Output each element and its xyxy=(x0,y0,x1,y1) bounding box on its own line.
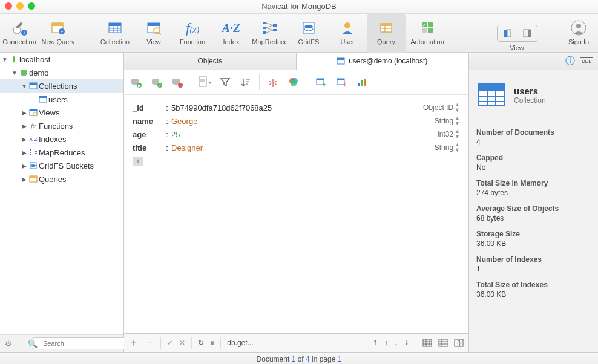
view-mode-list-button[interactable] xyxy=(498,25,518,41)
svg-rect-37 xyxy=(422,28,427,33)
settings-icon[interactable]: ⚙ xyxy=(5,339,12,348)
tree-node-collections[interactable]: ▼Collections xyxy=(0,79,123,93)
tree-node-gridfs[interactable]: ▶GridFS Buckets xyxy=(0,159,123,172)
sign-in-label: Sign In xyxy=(568,38,589,45)
grid-view-button[interactable] xyxy=(422,339,432,347)
field-type[interactable]: Int32▲▼ xyxy=(437,129,460,140)
chart-icon[interactable] xyxy=(355,75,369,89)
field-type[interactable]: Object ID▲▼ xyxy=(423,102,460,113)
color-icon[interactable] xyxy=(286,75,301,89)
svg-text:{}: {} xyxy=(457,340,461,346)
refresh-button[interactable]: ↻ xyxy=(198,339,204,347)
tree-label: users xyxy=(48,95,68,104)
minimize-window-button[interactable] xyxy=(16,2,24,10)
tree-node-localhost[interactable]: ▼localhost xyxy=(0,53,123,66)
info-icon[interactable]: ⓘ xyxy=(565,55,575,68)
last-page-button[interactable]: ⤓ xyxy=(404,339,410,347)
svg-rect-38 xyxy=(428,28,433,33)
window-title: Navicat for MongoDB xyxy=(261,2,337,11)
tree-view-button[interactable] xyxy=(438,339,448,347)
apply-button[interactable]: ✓ xyxy=(167,339,173,347)
tree-label: GridFS Buckets xyxy=(39,161,94,171)
tree-node-indexes[interactable]: ▶A-ZIndexes xyxy=(0,132,123,146)
connection-tree[interactable]: ▼localhost ▼demo ▼Collections users ▶Vie… xyxy=(0,53,123,334)
index-icon: A-Z xyxy=(28,137,39,142)
svg-text:✓: ✓ xyxy=(158,83,162,88)
tree-node-users[interactable]: users xyxy=(0,93,123,106)
svg-rect-56 xyxy=(30,154,31,155)
zoom-window-button[interactable] xyxy=(28,2,35,10)
stop-button[interactable]: ■ xyxy=(210,339,214,347)
svg-rect-15 xyxy=(148,23,160,26)
first-page-button[interactable]: ⤒ xyxy=(372,339,378,347)
status-text: of xyxy=(295,355,306,363)
tree-node-demo[interactable]: ▼demo xyxy=(0,66,123,79)
rollback-icon[interactable] xyxy=(170,75,185,89)
tree-node-queries[interactable]: ▶Queries xyxy=(0,172,123,186)
svg-rect-88 xyxy=(361,80,363,86)
stat-key: Number of Indexes xyxy=(476,255,591,264)
index-button[interactable]: A·Z Index xyxy=(212,14,251,56)
view-button[interactable]: View xyxy=(134,14,173,56)
field-row[interactable]: name:GeorgeString▲▼ xyxy=(133,114,460,128)
field-type[interactable]: String▲▼ xyxy=(435,115,460,126)
main-panel: Objects users@demo (localhost) ▶ ✓ ▾ ›|‹… xyxy=(124,53,469,352)
type-toggle-icon[interactable]: ›|‹ xyxy=(266,75,280,89)
tree-node-functions[interactable]: ▶fxFunctions xyxy=(0,119,123,132)
document-view: _id:5b74990dfa718d62f7068a25Object ID▲▼n… xyxy=(124,95,468,333)
field-value[interactable]: 25 xyxy=(171,130,437,139)
add-record-button[interactable]: ＋ xyxy=(129,337,139,349)
close-window-button[interactable] xyxy=(5,2,12,10)
svg-text:✓: ✓ xyxy=(422,23,426,27)
connection-button[interactable]: + Connection xyxy=(0,14,39,56)
sort-icon[interactable] xyxy=(238,75,253,89)
commit-icon[interactable]: ✓ xyxy=(150,75,164,89)
field-row[interactable]: title:DesignerString▲▼ xyxy=(133,141,460,154)
tree-label: Functions xyxy=(39,122,73,131)
text-doc-icon[interactable]: ▾ xyxy=(197,75,212,89)
import-icon[interactable] xyxy=(314,75,328,89)
query-button[interactable]: Query xyxy=(367,14,406,56)
tab-objects[interactable]: Objects xyxy=(124,53,297,70)
field-row[interactable]: age:25Int32▲▼ xyxy=(133,128,460,141)
collection-button[interactable]: Collection xyxy=(96,14,134,56)
field-value[interactable]: George xyxy=(171,117,435,126)
svg-rect-48 xyxy=(30,83,37,85)
field-value[interactable]: 5b74990dfa718d62f7068a25 xyxy=(171,103,423,112)
tree-node-mapreduces[interactable]: ▶MapReduces xyxy=(0,146,123,159)
prev-page-button[interactable]: ↑ xyxy=(384,339,388,347)
user-button[interactable]: User xyxy=(328,14,367,56)
svg-point-29 xyxy=(304,25,313,28)
function-button[interactable]: f(x) Function xyxy=(173,14,212,56)
json-view-button[interactable]: {} xyxy=(454,339,464,347)
tab-document[interactable]: users@demo (localhost) xyxy=(297,53,469,70)
tree-node-views[interactable]: ▶Views xyxy=(0,106,123,119)
export-icon[interactable] xyxy=(334,75,349,89)
filter-icon[interactable] xyxy=(218,75,232,89)
stat-value: 1 xyxy=(476,265,591,273)
next-page-button[interactable]: ↓ xyxy=(394,339,398,347)
cancel-button[interactable]: ✕ xyxy=(179,339,185,347)
gridfs-button[interactable]: GridFS xyxy=(289,14,328,56)
svg-rect-36 xyxy=(428,22,433,27)
function-icon: fx xyxy=(28,122,39,129)
svg-text:+: + xyxy=(23,30,26,36)
user-label: User xyxy=(340,38,354,45)
automation-button[interactable]: ✓ Automation xyxy=(406,14,449,56)
new-query-button[interactable]: + New Query xyxy=(39,14,77,56)
view-mode-detail-button[interactable] xyxy=(518,25,537,41)
begin-transaction-icon[interactable]: ▶ xyxy=(129,75,143,89)
status-total: 4 xyxy=(306,355,310,363)
svg-rect-90 xyxy=(423,339,432,346)
search-input[interactable] xyxy=(29,337,132,349)
field-value[interactable]: Designer xyxy=(171,143,435,152)
document-footer: ＋ － ✓ ✕ ↻ ■ db.get... ⤒ ↑ ↓ ⤓ {} xyxy=(124,333,468,352)
delete-record-button[interactable]: － xyxy=(145,337,154,349)
gridfs-icon xyxy=(28,161,39,170)
sign-in-button[interactable]: Sign In xyxy=(559,14,598,56)
field-type[interactable]: String▲▼ xyxy=(435,142,460,153)
ddl-icon[interactable]: DDL xyxy=(580,57,593,65)
field-row[interactable]: _id:5b74990dfa718d62f7068a25Object ID▲▼ xyxy=(133,101,460,114)
mapreduce-button[interactable]: MapReduce xyxy=(251,14,289,56)
add-field-button[interactable]: + xyxy=(133,157,143,166)
